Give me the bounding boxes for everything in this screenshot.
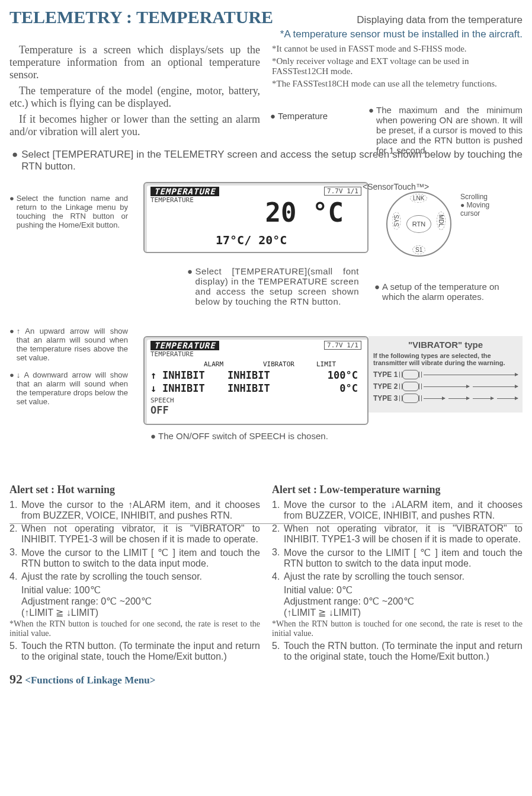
col-vibrator: VIBRATOR	[263, 360, 316, 368]
type3-label: TYPE 3	[373, 394, 398, 402]
hot-step-3: Move the cursor to the LIMIT [ ℃ ] item …	[21, 547, 260, 569]
hot-step-2: When not operating vibrator, it is "VIBR…	[21, 523, 260, 545]
speech-label: SPEECH	[150, 397, 361, 404]
diagram-zone: ● Temperature ● The maximum and the mini…	[9, 176, 523, 520]
page-number: 92	[9, 672, 23, 686]
rtn-button[interactable]: RTN	[406, 215, 431, 233]
low-footnote: *When the RTN button is touched for one …	[272, 619, 523, 638]
lnk-segment[interactable]: LNK	[410, 194, 427, 203]
intro-p1: Temperature is a screen which displays/s…	[9, 44, 260, 81]
vibrator-icon	[402, 394, 419, 403]
bullet-icon: ●	[12, 149, 18, 172]
lcd1-header: TEMPERATURE	[150, 187, 219, 196]
middle-note-text: Select [TEMPERATURE](small font display)…	[196, 266, 359, 306]
vibrator-icon	[402, 370, 419, 379]
bullet-icon: ●	[9, 370, 14, 406]
low-limit-rule: (↑LIMIT ≧ ↓LIMIT)	[284, 607, 523, 618]
scrolling-label: Scrolling	[460, 193, 505, 201]
lcd1-minmax: 17°C/ 20°C	[216, 233, 287, 247]
mode-note-1: *It cannot be used in FASST mode and S-F…	[272, 44, 523, 54]
page: TELEMETRY : TEMPERATURE Displaying data …	[0, 0, 532, 694]
vibrator-icon	[402, 382, 419, 391]
mode-note-2: *Only receiver voltage and EXT voltage c…	[272, 56, 523, 76]
type2-label: TYPE 2	[373, 382, 398, 391]
select-small-temperature-note: ● Select [TEMPERATURE](small font displa…	[187, 266, 359, 306]
s1-segment[interactable]: S1	[412, 245, 425, 254]
speech-note-text: The ON/OFF switch of SPEECH is chosen.	[158, 431, 328, 441]
row2-limit: 0°C	[293, 382, 358, 394]
alarm-setup-text: A setup of the temperature on which the …	[382, 282, 523, 302]
page-title: TELEMETRY : TEMPERATURE	[9, 7, 273, 27]
bullet-icon: ●	[374, 282, 380, 302]
title-row: TELEMETRY : TEMPERATURE Displaying data …	[9, 7, 523, 27]
left-note-down-arrow: ↓ A downward arrow will show that an ala…	[17, 370, 128, 406]
col-limit: LIMIT	[316, 360, 358, 368]
vibrator-type-2: TYPE 2	[373, 382, 518, 391]
maxmin-note-text: The maximum and the minimum when powerin…	[376, 105, 523, 155]
row1-limit: 100°C	[293, 369, 358, 381]
sys-segment[interactable]: SYS	[392, 212, 401, 229]
bullet-icon: ●	[9, 327, 14, 362]
temperature-pointer-label: ● Temperature	[270, 111, 328, 121]
vibrator-type-3: TYPE 3	[373, 394, 518, 403]
section-name: <Functions of Linkage Menu>	[25, 674, 155, 686]
sensortouch-diagram: <SensorTouch™> RTN LNK SYS MDL S1 Scroll…	[363, 182, 505, 257]
col-alarm: ALARM	[204, 360, 263, 368]
hot-step-5: Touch the RTN button. (To terminate the …	[21, 641, 260, 662]
low-step-3: Move the cursor to the LIMIT [ ℃ ] item …	[284, 547, 523, 569]
left-note-up-arrow: ↑ An upward arrow will show that an alar…	[17, 327, 128, 362]
hot-range: Adjustment range: 0℃ ~200℃	[21, 596, 260, 607]
lcd2-voltage: 7.7V 1/1	[324, 341, 361, 350]
vibrator-title: "VIBRATOR" type	[373, 340, 518, 350]
sensortouch-title: <SensorTouch™>	[363, 182, 505, 191]
hot-limit-rule: (↑LIMIT ≧ ↓LIMIT)	[21, 607, 260, 618]
intro-p2: The temperature of the model (engine, mo…	[9, 85, 260, 110]
intro-p3: If it becomes higher or lower than the s…	[9, 113, 260, 138]
hot-footnote: *When the RTN button is touched for one …	[9, 619, 260, 638]
low-range: Adjustment range: 0℃ ~200℃	[284, 596, 523, 607]
lcd2-grid: ALARM VIBRATOR LIMIT ↑ INHIBIT INHIBIT 1…	[150, 360, 361, 394]
left-notes: ● Select the function name and return to…	[9, 194, 128, 414]
bullet-icon: ●	[150, 431, 156, 441]
speech-value: OFF	[150, 404, 361, 416]
low-step-2: When not operating vibrator, it is "VIBR…	[284, 523, 523, 545]
lcd2-header: TEMPERATURE	[150, 341, 219, 350]
lcd2-sub: TEMPERATURE	[150, 350, 361, 358]
alarm-setup-note: ● A setup of the temperature on which th…	[374, 282, 523, 302]
left-note-1: Select the function name and return to t…	[17, 194, 128, 229]
title-subtitle: Displaying data from the temperature	[357, 14, 523, 26]
vibrator-desc: If the following types are selected, the…	[373, 352, 518, 366]
hot-initial: Initial value: 100℃	[21, 584, 260, 596]
low-initial: Initial value: 0℃	[284, 584, 523, 596]
bullet-icon: ●	[368, 105, 374, 155]
bullet-icon: ●	[187, 266, 193, 306]
lcd-screen-main: TEMPERATURE TEMPERATURE 7.7V 1/1 20 °C 1…	[143, 182, 368, 253]
lcd1-voltage: 7.7V 1/1	[324, 187, 361, 196]
low-step-5: Touch the RTN button. (To terminate the …	[284, 641, 523, 662]
vibrator-type-1: TYPE 1	[373, 370, 518, 379]
bullet-icon: ●	[9, 194, 14, 229]
mdl-segment[interactable]: MDL	[437, 212, 446, 230]
intro-left: Temperature is a screen which displays/s…	[9, 44, 260, 142]
vibrator-type-box: "VIBRATOR" type If the following types a…	[368, 336, 523, 413]
lcd-screen-setup: TEMPERATURE TEMPERATURE 7.7V 1/1 ALARM V…	[143, 336, 368, 425]
type1-label: TYPE 1	[373, 370, 398, 379]
lcd1-temperature-value: 20 °C	[265, 197, 344, 228]
maxmin-note-block: ● The maximum and the minimum when power…	[368, 105, 523, 155]
sensor-required-note: *A temperature sensor must be installed …	[9, 28, 523, 40]
mode-note-3: *The FASSTest18CH mode can use all the t…	[272, 79, 523, 89]
sensor-wheel: RTN LNK SYS MDL S1	[386, 191, 451, 257]
hot-step-4: Ajust the rate by scrolling the touch se…	[21, 571, 202, 582]
sensortouch-labels: Scrolling ● Moving cursor	[460, 193, 505, 218]
speech-switch-note: ● The ON/OFF switch of SPEECH is chosen.	[150, 431, 340, 441]
low-step-4: Ajust the rate by scrolling the touch se…	[284, 571, 464, 582]
page-footer: 92 <Functions of Linkage Menu>	[9, 672, 523, 687]
moving-cursor-label: ● Moving cursor	[460, 201, 505, 218]
